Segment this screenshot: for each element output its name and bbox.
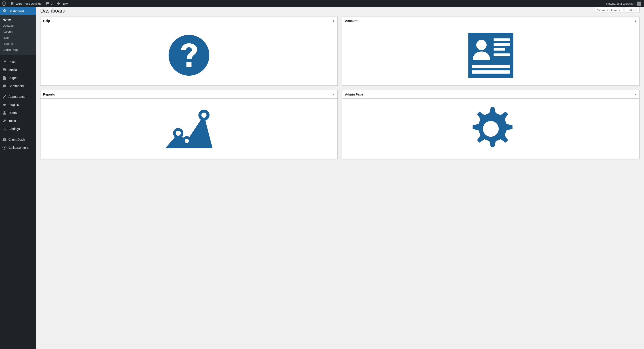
wrench-icon [2,119,7,123]
sidebar-item-label: Settings [8,127,20,131]
admin-sidebar: Dashboard Home Updates Account Help Repo… [0,7,36,349]
sidebar-item-comments[interactable]: Comments [0,82,36,90]
chart-area-icon [163,105,215,152]
widget-header[interactable]: Help ▲ [40,17,338,25]
home-icon [10,1,14,6]
media-icon [2,68,7,72]
sidebar-item-label: Users [8,111,17,115]
sidebar-item-label: Dashboard [8,10,24,13]
svg-point-13 [176,131,181,136]
sidebar-collapse-button[interactable]: Collapse menu [0,144,36,152]
svg-point-18 [483,121,499,137]
svg-rect-8 [494,48,505,51]
sidebar-item-label: Tools [8,119,16,123]
collapse-widget-icon[interactable]: ▲ [634,20,636,22]
sidebar-item-plugins[interactable]: Plugins [0,101,36,109]
widget-header[interactable]: Account ▲ [342,17,639,25]
page-icon [2,76,7,80]
comments-link[interactable]: 0 [43,0,54,7]
sidebar-subitem-admin-page[interactable]: Admin Page [0,47,36,53]
sidebar-item-label: Posts [8,60,16,64]
sidebar-item-label: Comments [8,84,24,88]
sidebar-item-settings[interactable]: Settings [0,125,36,133]
widget-header[interactable]: Reports ▲ [40,90,338,99]
svg-rect-9 [494,54,510,56]
widget-title: Account [345,19,358,23]
site-name-label: WordPress Develop [16,2,41,5]
screen-options-label: Screen Options [597,9,618,12]
collapse-widget-icon[interactable]: ▲ [634,93,636,96]
sidebar-item-media[interactable]: Media [0,66,36,74]
sidebar-subitem-home[interactable]: Home [0,17,36,23]
widget-admin-page: Admin Page ▲ [342,90,640,159]
plug-icon [2,103,7,107]
sidebar-item-posts[interactable]: Posts [0,58,36,66]
user-account-menu[interactable]: Howdy, Joel Worsham [604,0,643,7]
sidebar-item-label: Plugins [8,103,19,107]
sidebar-item-label: Collapse menu [8,146,29,149]
sidebar-item-dashboard[interactable]: Dashboard [0,7,36,15]
sidebar-item-pages[interactable]: Pages [0,74,36,82]
widget-help: Help ▲ [40,17,338,86]
sidebar-item-users[interactable]: Users [0,109,36,117]
sidebar-item-label: Client Dash [8,138,24,141]
screen-options-button[interactable]: Screen Options ▼ [595,7,624,13]
question-icon [168,34,210,77]
gauge-icon [2,137,7,142]
svg-rect-11 [472,70,510,74]
help-button[interactable]: Help ▼ [625,7,640,13]
wordpress-icon [2,1,6,6]
sidebar-subitem-reports[interactable]: Reports [0,41,36,47]
gear-icon [466,104,516,153]
svg-point-15 [185,139,189,143]
new-label: New [62,2,68,5]
widget-header[interactable]: Admin Page ▲ [342,90,639,99]
sidebar-submenu: Home Updates Account Help Reports Admin … [0,15,36,55]
widget-title: Help [43,19,50,23]
user-icon [2,111,7,115]
sidebar-subitem-help[interactable]: Help [0,35,36,41]
comment-icon [45,1,50,6]
sidebar-subitem-updates[interactable]: Updates [0,23,36,29]
sidebar-item-appearance[interactable]: Appearance [0,93,36,101]
chevron-down-icon: ▼ [635,9,637,12]
profile-card-icon [467,32,514,79]
svg-point-1 [4,111,5,113]
sidebar-item-label: Appearance [8,95,26,98]
chevron-down-icon: ▼ [618,9,621,12]
new-content-link[interactable]: New [54,0,70,7]
sidebar-item-client-dash[interactable]: Client Dash [0,136,36,144]
widget-title: Reports [43,93,55,96]
sidebar-item-label: Media [8,68,17,72]
page-title: Dashboard [36,8,644,17]
svg-point-17 [202,113,206,118]
widget-title: Admin Page [345,93,363,96]
widget-account: Account ▲ [342,17,640,86]
widget-reports: Reports ▲ [40,90,338,159]
collapse-widget-icon[interactable]: ▲ [332,93,335,96]
sliders-icon [2,127,7,131]
wordpress-logo-menu[interactable] [0,0,8,7]
site-name-link[interactable]: WordPress Develop [8,0,43,7]
plus-icon [56,1,60,6]
svg-rect-10 [472,65,510,68]
svg-point-5 [476,40,486,50]
avatar [637,2,641,6]
help-label: Help [628,9,634,12]
pin-icon [2,60,7,64]
dashboard-icon [2,9,7,14]
brush-icon [2,94,7,99]
collapse-widget-icon[interactable]: ▲ [332,20,335,22]
sidebar-item-label: Pages [8,76,18,80]
svg-rect-7 [494,43,510,46]
user-greeting: Howdy, Joel Worsham [606,2,635,5]
comment-icon [2,84,7,88]
admin-toolbar: WordPress Develop 0 New Howdy, Joel Wors… [0,0,644,7]
svg-rect-6 [494,38,510,41]
collapse-icon [2,145,7,150]
sidebar-item-tools[interactable]: Tools [0,117,36,125]
comments-count: 0 [51,2,52,5]
sidebar-subitem-account[interactable]: Account [0,29,36,35]
